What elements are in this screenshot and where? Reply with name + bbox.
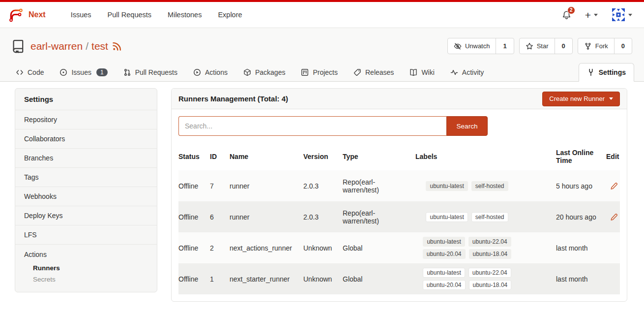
create-new-dropdown[interactable]: +	[585, 10, 598, 20]
sidebar-items: RepositoryCollaboratorsBranchesTagsWebho…	[15, 110, 157, 245]
table-row: Offline2next_actions_runnerUnknownGlobal…	[178, 232, 620, 263]
sidebar-item-deploy-keys[interactable]: Deploy Keys	[15, 206, 157, 225]
nav-item-issues[interactable]: Issues	[71, 11, 91, 19]
label-chips: ubuntu-latestself-hosted	[426, 212, 508, 222]
sidebar-header: Settings	[15, 89, 157, 110]
star-count[interactable]: 0	[555, 38, 572, 54]
sidebar-item-tags[interactable]: Tags	[15, 168, 157, 187]
avatar	[612, 8, 625, 22]
repo-owner-link[interactable]: earl-warren	[30, 40, 83, 52]
runner-type: Global	[343, 272, 398, 286]
notification-count-badge: 2	[567, 6, 575, 14]
runner-name: runner	[230, 179, 303, 193]
tab-wiki[interactable]: Wiki	[409, 63, 435, 81]
repo-title: earl-warren / test	[30, 40, 108, 52]
repo-icon	[11, 39, 26, 54]
fork-count[interactable]: 0	[614, 38, 632, 54]
runner-edit-cell	[598, 245, 621, 251]
rss-icon[interactable]	[112, 41, 122, 51]
content: Settings RepositoryCollaboratorsBranches…	[0, 82, 644, 302]
panel-title: Runners Management (Total: 4)	[178, 95, 288, 103]
runner-type: Repo(earl-warren/test)	[343, 175, 398, 197]
project-icon	[301, 68, 309, 76]
nav-item-explore[interactable]: Explore	[218, 11, 242, 19]
runner-label-chip: ubuntu-22.04	[468, 268, 511, 278]
unwatch-count[interactable]: 1	[496, 38, 513, 54]
sidebar-item-lfs[interactable]: LFS	[15, 225, 157, 245]
unwatch-button[interactable]: Unwatch	[448, 38, 496, 54]
tab-actions[interactable]: Actions	[192, 63, 229, 81]
search-input[interactable]	[178, 116, 446, 136]
runner-status: Offline	[178, 210, 210, 224]
column-header-type: Type	[343, 150, 398, 163]
issue-icon	[59, 68, 67, 76]
panel-header: Runners Management (Total: 4) Create new…	[172, 89, 627, 109]
create-runner-button[interactable]: Create new Runner	[542, 92, 620, 106]
repo-name-link[interactable]: test	[91, 40, 108, 52]
repo-action-buttons: Unwatch1Star0Fork0	[447, 38, 632, 54]
tab-projects[interactable]: Projects	[300, 63, 339, 81]
sidebar-subitem-runners[interactable]: Runners	[15, 262, 157, 274]
runner-name: next_actions_runner	[230, 241, 303, 255]
tab-settings[interactable]: Settings	[579, 63, 634, 82]
tab-pull-requests[interactable]: Pull Requests	[122, 63, 178, 81]
edit-runner-button[interactable]	[610, 213, 618, 221]
tab-issues[interactable]: Issues1	[59, 63, 108, 81]
navbar: Next IssuesPull RequestsMilestonesExplor…	[0, 2, 644, 28]
forgejo-logo-icon	[9, 7, 24, 22]
tab-packages[interactable]: Packages	[242, 63, 286, 81]
repo-title-row: earl-warren / test Unwatch1Star0Fork0	[0, 28, 644, 54]
panel-body: Search StatusIDNameVersionTypeLabelsLast…	[172, 109, 627, 301]
runner-labels: ubuntu-latestubuntu-22.04ubuntu-20.04ubu…	[398, 234, 540, 262]
sidebar-actions-group: Actions RunnersSecrets	[15, 245, 157, 292]
repo-action-unwatch: Unwatch1	[447, 38, 514, 54]
sidebar-item-branches[interactable]: Branches	[15, 149, 157, 168]
runner-id: 2	[210, 241, 230, 255]
runner-last-online: 20 hours ago	[540, 210, 598, 224]
tab-activity[interactable]: Activity	[449, 63, 485, 81]
create-runner-label: Create new Runner	[549, 95, 605, 102]
button-label: Unwatch	[465, 42, 490, 50]
tab-label: Settings	[599, 68, 626, 76]
star-button[interactable]: Star	[520, 38, 555, 54]
sidebar-item-actions[interactable]: Actions	[15, 250, 157, 262]
sidebar-subitem-secrets[interactable]: Secrets	[15, 274, 157, 285]
button-label: Star	[537, 42, 549, 50]
runner-label-chip: ubuntu-latest	[423, 237, 465, 247]
pencil-icon	[610, 182, 618, 190]
notifications-button[interactable]: 2	[562, 10, 571, 20]
button-label: Fork	[595, 42, 608, 50]
pulse-icon	[450, 68, 458, 76]
sidebar-subitems: RunnersSecrets	[15, 262, 157, 285]
runner-label-chip: ubuntu-20.04	[423, 249, 466, 259]
tab-releases[interactable]: Releases	[352, 63, 395, 81]
site-brand[interactable]: Next	[9, 7, 46, 22]
pencil-icon	[610, 213, 618, 221]
sidebar-item-collaborators[interactable]: Collaborators	[15, 129, 157, 149]
fork-icon	[584, 42, 592, 50]
user-menu[interactable]	[612, 8, 632, 22]
runner-label-chip: ubuntu-22.04	[468, 237, 511, 247]
runner-status: Offline	[178, 179, 210, 193]
column-header-version: Version	[303, 150, 343, 163]
runner-name: runner	[230, 210, 303, 224]
edit-runner-button[interactable]	[610, 182, 618, 190]
tab-label: Projects	[313, 68, 338, 76]
tab-code[interactable]: Code	[15, 63, 45, 81]
sidebar-item-repository[interactable]: Repository	[15, 110, 157, 129]
nav-item-pull-requests[interactable]: Pull Requests	[108, 11, 151, 19]
search-button[interactable]: Search	[446, 116, 488, 136]
nav-item-milestones[interactable]: Milestones	[168, 11, 202, 19]
table-row: Offline1next_starter_runnerUnknownGlobal…	[178, 263, 620, 294]
runner-label-chip: self-hosted	[471, 181, 508, 191]
sidebar-item-webhooks[interactable]: Webhooks	[15, 187, 157, 206]
runner-labels: ubuntu-latestself-hosted	[398, 178, 540, 194]
package-icon	[243, 68, 251, 76]
code-icon	[16, 68, 24, 76]
fork-button[interactable]: Fork	[578, 38, 614, 54]
path-separator: /	[86, 40, 88, 52]
runner-label-chip: ubuntu-18.04	[469, 249, 512, 259]
runner-name: next_starter_runner	[230, 272, 303, 286]
column-header-status: Status	[178, 150, 210, 163]
settings-sidebar: Settings RepositoryCollaboratorsBranches…	[15, 88, 157, 292]
